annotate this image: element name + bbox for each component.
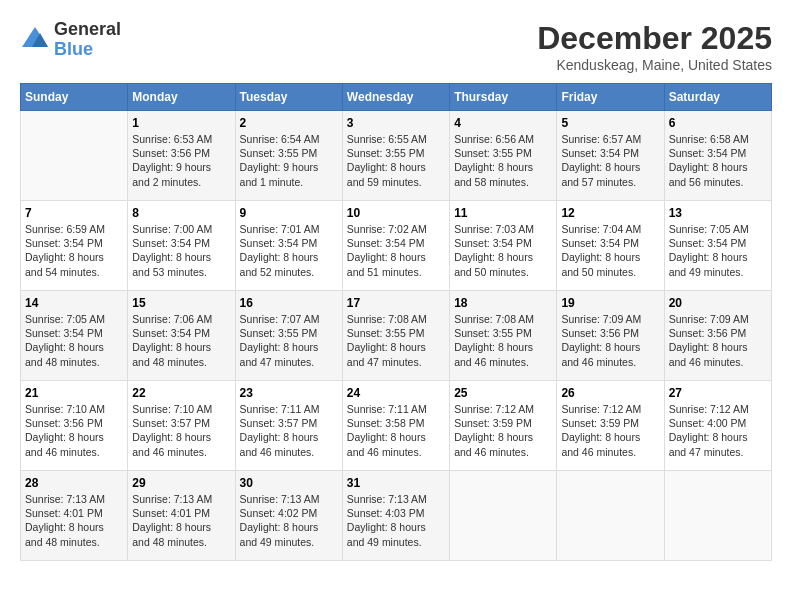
calendar-cell: 30Sunrise: 7:13 AM Sunset: 4:02 PM Dayli… <box>235 471 342 561</box>
calendar-cell: 1Sunrise: 6:53 AM Sunset: 3:56 PM Daylig… <box>128 111 235 201</box>
logo-icon <box>20 25 50 55</box>
calendar-cell: 20Sunrise: 7:09 AM Sunset: 3:56 PM Dayli… <box>664 291 771 381</box>
day-info: Sunrise: 7:11 AM Sunset: 3:57 PM Dayligh… <box>240 402 338 459</box>
day-info: Sunrise: 6:59 AM Sunset: 3:54 PM Dayligh… <box>25 222 123 279</box>
calendar-body: 1Sunrise: 6:53 AM Sunset: 3:56 PM Daylig… <box>21 111 772 561</box>
calendar-cell: 15Sunrise: 7:06 AM Sunset: 3:54 PM Dayli… <box>128 291 235 381</box>
calendar-cell: 25Sunrise: 7:12 AM Sunset: 3:59 PM Dayli… <box>450 381 557 471</box>
day-info: Sunrise: 7:01 AM Sunset: 3:54 PM Dayligh… <box>240 222 338 279</box>
day-number: 2 <box>240 116 338 130</box>
logo-text: General Blue <box>54 20 121 60</box>
day-number: 23 <box>240 386 338 400</box>
calendar-cell: 26Sunrise: 7:12 AM Sunset: 3:59 PM Dayli… <box>557 381 664 471</box>
calendar-cell: 31Sunrise: 7:13 AM Sunset: 4:03 PM Dayli… <box>342 471 449 561</box>
day-number: 21 <box>25 386 123 400</box>
calendar-cell <box>557 471 664 561</box>
day-number: 5 <box>561 116 659 130</box>
logo-blue: Blue <box>54 40 121 60</box>
calendar-cell <box>450 471 557 561</box>
day-info: Sunrise: 7:05 AM Sunset: 3:54 PM Dayligh… <box>669 222 767 279</box>
day-info: Sunrise: 7:08 AM Sunset: 3:55 PM Dayligh… <box>454 312 552 369</box>
day-info: Sunrise: 6:56 AM Sunset: 3:55 PM Dayligh… <box>454 132 552 189</box>
title-section: December 2025 Kenduskeag, Maine, United … <box>537 20 772 73</box>
calendar-cell: 24Sunrise: 7:11 AM Sunset: 3:58 PM Dayli… <box>342 381 449 471</box>
calendar-cell: 18Sunrise: 7:08 AM Sunset: 3:55 PM Dayli… <box>450 291 557 381</box>
day-number: 14 <box>25 296 123 310</box>
day-info: Sunrise: 7:13 AM Sunset: 4:01 PM Dayligh… <box>132 492 230 549</box>
day-number: 4 <box>454 116 552 130</box>
calendar-cell: 5Sunrise: 6:57 AM Sunset: 3:54 PM Daylig… <box>557 111 664 201</box>
day-info: Sunrise: 7:13 AM Sunset: 4:01 PM Dayligh… <box>25 492 123 549</box>
day-number: 9 <box>240 206 338 220</box>
calendar-cell: 27Sunrise: 7:12 AM Sunset: 4:00 PM Dayli… <box>664 381 771 471</box>
calendar-cell: 28Sunrise: 7:13 AM Sunset: 4:01 PM Dayli… <box>21 471 128 561</box>
calendar-cell: 23Sunrise: 7:11 AM Sunset: 3:57 PM Dayli… <box>235 381 342 471</box>
calendar-cell: 10Sunrise: 7:02 AM Sunset: 3:54 PM Dayli… <box>342 201 449 291</box>
day-number: 25 <box>454 386 552 400</box>
calendar-cell: 4Sunrise: 6:56 AM Sunset: 3:55 PM Daylig… <box>450 111 557 201</box>
day-info: Sunrise: 7:09 AM Sunset: 3:56 PM Dayligh… <box>669 312 767 369</box>
day-info: Sunrise: 7:07 AM Sunset: 3:55 PM Dayligh… <box>240 312 338 369</box>
day-number: 28 <box>25 476 123 490</box>
day-number: 18 <box>454 296 552 310</box>
header-cell-tuesday: Tuesday <box>235 84 342 111</box>
day-number: 7 <box>25 206 123 220</box>
calendar-cell: 3Sunrise: 6:55 AM Sunset: 3:55 PM Daylig… <box>342 111 449 201</box>
day-info: Sunrise: 6:57 AM Sunset: 3:54 PM Dayligh… <box>561 132 659 189</box>
header-cell-sunday: Sunday <box>21 84 128 111</box>
day-number: 15 <box>132 296 230 310</box>
day-number: 24 <box>347 386 445 400</box>
day-number: 6 <box>669 116 767 130</box>
main-title: December 2025 <box>537 20 772 57</box>
header-cell-wednesday: Wednesday <box>342 84 449 111</box>
header-cell-thursday: Thursday <box>450 84 557 111</box>
day-info: Sunrise: 7:03 AM Sunset: 3:54 PM Dayligh… <box>454 222 552 279</box>
week-row-2: 7Sunrise: 6:59 AM Sunset: 3:54 PM Daylig… <box>21 201 772 291</box>
week-row-1: 1Sunrise: 6:53 AM Sunset: 3:56 PM Daylig… <box>21 111 772 201</box>
day-number: 17 <box>347 296 445 310</box>
page-header: General Blue December 2025 Kenduskeag, M… <box>20 20 772 73</box>
calendar-cell: 17Sunrise: 7:08 AM Sunset: 3:55 PM Dayli… <box>342 291 449 381</box>
day-info: Sunrise: 6:55 AM Sunset: 3:55 PM Dayligh… <box>347 132 445 189</box>
calendar-cell: 13Sunrise: 7:05 AM Sunset: 3:54 PM Dayli… <box>664 201 771 291</box>
day-info: Sunrise: 7:04 AM Sunset: 3:54 PM Dayligh… <box>561 222 659 279</box>
day-info: Sunrise: 7:10 AM Sunset: 3:56 PM Dayligh… <box>25 402 123 459</box>
day-info: Sunrise: 6:53 AM Sunset: 3:56 PM Dayligh… <box>132 132 230 189</box>
calendar-cell: 9Sunrise: 7:01 AM Sunset: 3:54 PM Daylig… <box>235 201 342 291</box>
day-info: Sunrise: 7:11 AM Sunset: 3:58 PM Dayligh… <box>347 402 445 459</box>
logo-general: General <box>54 20 121 40</box>
calendar-cell: 8Sunrise: 7:00 AM Sunset: 3:54 PM Daylig… <box>128 201 235 291</box>
day-number: 19 <box>561 296 659 310</box>
day-number: 27 <box>669 386 767 400</box>
week-row-4: 21Sunrise: 7:10 AM Sunset: 3:56 PM Dayli… <box>21 381 772 471</box>
calendar-cell <box>664 471 771 561</box>
day-info: Sunrise: 7:10 AM Sunset: 3:57 PM Dayligh… <box>132 402 230 459</box>
day-info: Sunrise: 7:09 AM Sunset: 3:56 PM Dayligh… <box>561 312 659 369</box>
calendar-cell: 19Sunrise: 7:09 AM Sunset: 3:56 PM Dayli… <box>557 291 664 381</box>
week-row-3: 14Sunrise: 7:05 AM Sunset: 3:54 PM Dayli… <box>21 291 772 381</box>
week-row-5: 28Sunrise: 7:13 AM Sunset: 4:01 PM Dayli… <box>21 471 772 561</box>
day-number: 26 <box>561 386 659 400</box>
day-number: 11 <box>454 206 552 220</box>
day-info: Sunrise: 7:13 AM Sunset: 4:02 PM Dayligh… <box>240 492 338 549</box>
day-number: 12 <box>561 206 659 220</box>
logo: General Blue <box>20 20 121 60</box>
day-number: 13 <box>669 206 767 220</box>
calendar-cell: 22Sunrise: 7:10 AM Sunset: 3:57 PM Dayli… <box>128 381 235 471</box>
calendar-cell: 16Sunrise: 7:07 AM Sunset: 3:55 PM Dayli… <box>235 291 342 381</box>
calendar-cell: 21Sunrise: 7:10 AM Sunset: 3:56 PM Dayli… <box>21 381 128 471</box>
calendar-cell: 6Sunrise: 6:58 AM Sunset: 3:54 PM Daylig… <box>664 111 771 201</box>
day-info: Sunrise: 7:12 AM Sunset: 3:59 PM Dayligh… <box>561 402 659 459</box>
day-info: Sunrise: 7:00 AM Sunset: 3:54 PM Dayligh… <box>132 222 230 279</box>
header-row: SundayMondayTuesdayWednesdayThursdayFrid… <box>21 84 772 111</box>
day-number: 10 <box>347 206 445 220</box>
calendar-cell: 2Sunrise: 6:54 AM Sunset: 3:55 PM Daylig… <box>235 111 342 201</box>
calendar-cell: 7Sunrise: 6:59 AM Sunset: 3:54 PM Daylig… <box>21 201 128 291</box>
day-number: 20 <box>669 296 767 310</box>
day-info: Sunrise: 7:02 AM Sunset: 3:54 PM Dayligh… <box>347 222 445 279</box>
day-info: Sunrise: 6:58 AM Sunset: 3:54 PM Dayligh… <box>669 132 767 189</box>
day-info: Sunrise: 7:12 AM Sunset: 3:59 PM Dayligh… <box>454 402 552 459</box>
day-number: 22 <box>132 386 230 400</box>
day-info: Sunrise: 7:08 AM Sunset: 3:55 PM Dayligh… <box>347 312 445 369</box>
day-number: 30 <box>240 476 338 490</box>
